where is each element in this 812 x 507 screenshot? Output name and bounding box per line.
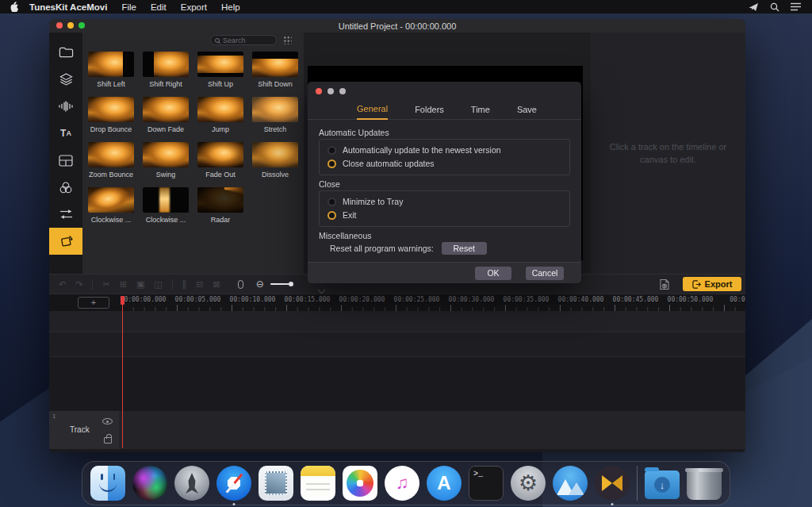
timeline-empty-row[interactable] — [49, 311, 745, 332]
slider-knob[interactable] — [289, 282, 293, 286]
transition-item[interactable]: Shift Left — [86, 52, 136, 88]
menu-app-name[interactable]: TunesKit AceMovi — [29, 2, 107, 12]
radio-unselected-icon[interactable] — [327, 198, 336, 206]
dock-tuneskit-icon[interactable] — [553, 466, 588, 501]
radio-option-exit[interactable]: Exit — [327, 210, 561, 220]
text-icon[interactable]: TA — [49, 120, 82, 147]
zoom-window-button[interactable] — [79, 22, 85, 29]
transition-item[interactable]: Shift Right — [140, 52, 191, 88]
microphone-icon[interactable] — [238, 280, 243, 289]
close-window-button[interactable] — [56, 22, 63, 29]
track-visibility-icon[interactable] — [102, 418, 113, 424]
tab-general[interactable]: General — [357, 104, 388, 120]
dialog-titlebar[interactable] — [316, 88, 346, 94]
undo-icon[interactable]: ↶ — [59, 279, 66, 290]
transition-item[interactable]: Jump — [195, 97, 246, 133]
dock-launchpad-icon[interactable] — [174, 466, 209, 501]
tab-folders[interactable]: Folders — [415, 105, 444, 119]
radio-unselected-icon[interactable] — [327, 146, 336, 155]
timeline-zoom-slider[interactable] — [270, 283, 292, 285]
dialog-minimize-button[interactable] — [327, 88, 334, 94]
dock-photos-icon[interactable] — [343, 466, 377, 501]
transitions-icon[interactable] — [49, 228, 82, 255]
menu-item-edit[interactable]: Edit — [151, 2, 167, 12]
list-icon[interactable] — [791, 2, 801, 11]
dock-trash-icon[interactable] — [687, 468, 722, 500]
transition-item[interactable]: Dissolve — [250, 142, 301, 179]
elements-icon[interactable] — [49, 66, 82, 93]
filters-icon[interactable] — [49, 174, 82, 201]
media-icon[interactable] — [49, 39, 82, 66]
radio-selected-icon[interactable] — [327, 211, 336, 220]
transition-item[interactable]: Swing — [140, 142, 191, 179]
track-row[interactable]: 1 Track — [49, 411, 745, 449]
dock-finder-icon[interactable] — [90, 466, 125, 501]
transition-item[interactable]: Fade Out — [195, 142, 246, 179]
trim-icon[interactable]: ⊟ — [196, 279, 203, 290]
timeline-empty-row[interactable] — [49, 332, 745, 357]
chevron-down-icon[interactable] — [317, 286, 325, 294]
freeze-frame-icon[interactable]: ◫ — [154, 279, 162, 290]
dock-appstore-icon[interactable]: A — [427, 466, 462, 501]
add-track-button[interactable]: + — [78, 297, 109, 309]
send-icon[interactable] — [749, 2, 759, 12]
menu-item-export[interactable]: Export — [181, 2, 207, 12]
search-input[interactable]: Search — [210, 35, 277, 45]
timeline-ruler[interactable]: + 00:00:00.000 00:00:05.000 00:00:10.000… — [49, 294, 745, 311]
animations-icon[interactable] — [49, 201, 82, 228]
dock-siri-icon[interactable] — [132, 466, 167, 501]
properties-panel: Click a track on the timeline or canvas … — [591, 33, 745, 274]
playhead[interactable] — [122, 296, 123, 448]
export-button[interactable]: Export — [683, 277, 741, 291]
dialog-zoom-button[interactable] — [339, 88, 346, 94]
dialog-close-button[interactable] — [316, 88, 322, 94]
radio-option-auto-update[interactable]: Automatically update to the newest versi… — [327, 145, 561, 155]
minimize-window-button[interactable] — [67, 22, 74, 29]
dock-safari-icon[interactable] — [216, 466, 251, 501]
tab-save[interactable]: Save — [517, 105, 537, 119]
menu-item-file[interactable]: File — [121, 2, 136, 12]
dock-terminal-icon[interactable]: >_ — [469, 466, 504, 501]
grid-view-icon[interactable] — [282, 35, 292, 44]
radio-selected-icon[interactable] — [327, 159, 336, 168]
dock-downloads-icon[interactable]: ↓ — [645, 471, 680, 499]
dock-notes-icon[interactable] — [301, 466, 335, 501]
marker-icon[interactable]: ⊠ — [213, 279, 220, 290]
project-settings-icon[interactable] — [659, 278, 670, 290]
transition-item[interactable]: Down Fade — [140, 97, 191, 133]
cut-icon[interactable]: ✂ — [102, 279, 109, 290]
cancel-button[interactable]: Cancel — [526, 267, 564, 280]
track-header[interactable]: 1 Track — [49, 411, 119, 449]
transition-item[interactable]: Radar — [195, 187, 246, 224]
radio-option-minimize-tray[interactable]: Minimize to Tray — [327, 197, 561, 206]
reset-button[interactable]: Reset — [442, 242, 487, 255]
dock-itunes-icon[interactable]: ♫ — [385, 466, 419, 501]
timeline-area[interactable]: 1 Track — [49, 311, 745, 452]
transition-item[interactable]: Shift Up — [195, 52, 246, 88]
dock-acemovi-icon[interactable] — [595, 466, 630, 501]
copy-icon[interactable]: ⊞ — [120, 279, 127, 290]
dock-system-preferences-icon[interactable]: ⚙ — [511, 466, 546, 501]
tab-time[interactable]: Time — [471, 105, 490, 119]
transition-item[interactable]: Zoom Bounce — [86, 142, 136, 179]
transition-item[interactable]: Shift Down — [250, 52, 301, 88]
dock-mail-icon[interactable] — [259, 466, 293, 501]
apple-menu-icon[interactable] — [10, 2, 18, 12]
split-screen-icon[interactable] — [49, 147, 82, 174]
transition-item[interactable]: Clockwise ... — [140, 187, 191, 224]
track-lock-icon[interactable] — [104, 437, 112, 444]
transition-item[interactable]: Stretch — [250, 97, 301, 133]
search-icon[interactable] — [770, 2, 779, 12]
menu-item-help[interactable]: Help — [221, 2, 240, 12]
audio-icon[interactable] — [49, 93, 82, 120]
radio-option-close-updates[interactable]: Close automatic updates — [327, 159, 561, 168]
ok-button[interactable]: OK — [475, 267, 511, 280]
split-icon[interactable]: ∥ — [182, 279, 187, 290]
redo-icon[interactable]: ↷ — [75, 279, 82, 290]
transition-item[interactable]: Clockwise ... — [86, 187, 136, 224]
window-titlebar[interactable]: Untitled Project - 00:00:00.000 — [49, 19, 745, 33]
timeline-timestamp: 00:00:40.000 — [553, 296, 608, 303]
transition-item[interactable]: Drop Bounce — [86, 97, 136, 133]
zoom-out-icon[interactable]: ⊖ — [256, 278, 264, 290]
crop-icon[interactable]: ▣ — [136, 279, 144, 290]
